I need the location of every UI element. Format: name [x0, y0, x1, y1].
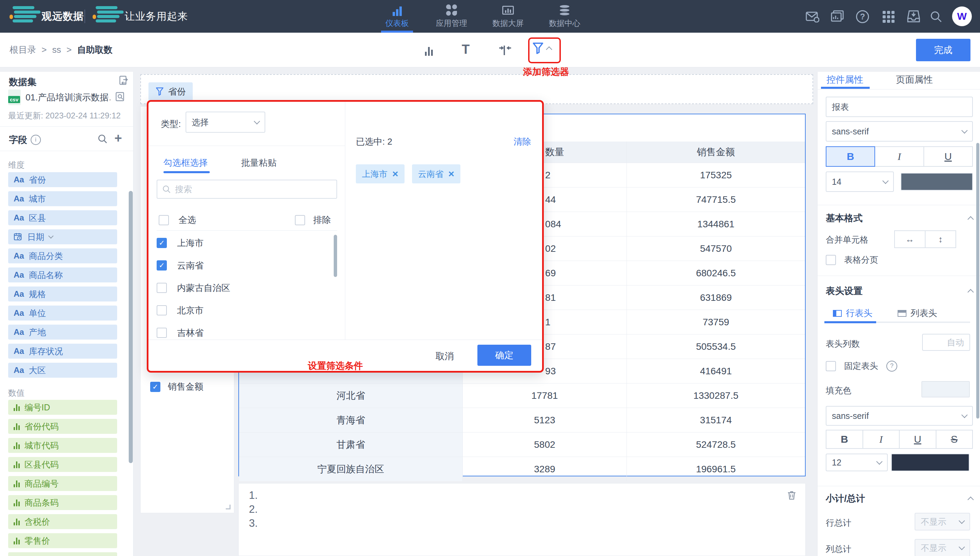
fixed-header-checkbox[interactable] [826, 361, 836, 371]
province-filter-chip[interactable]: 省份 [149, 82, 193, 101]
option-row[interactable]: 北京市 [157, 299, 337, 322]
dimension-item[interactable]: Aa单位 [8, 305, 117, 320]
unchecked-checkbox[interactable] [157, 283, 167, 293]
italic-button[interactable]: I [863, 430, 900, 449]
unchecked-checkbox[interactable] [157, 328, 167, 338]
italic-button[interactable]: I [875, 146, 924, 167]
panel-scrollbar[interactable] [976, 143, 979, 419]
dimension-item[interactable]: Aa大区 [8, 363, 117, 378]
strikethrough-button[interactable]: S [936, 430, 973, 449]
dimension-item[interactable]: Aa商品分类 [8, 248, 117, 263]
field-search-icon[interactable] [97, 134, 108, 145]
subscription-mail-icon[interactable] [806, 10, 819, 24]
header-font-select[interactable]: sans-serif [826, 406, 973, 426]
add-control-button[interactable] [496, 44, 513, 58]
measure-item-clipped[interactable] [8, 552, 117, 556]
dimension-item[interactable]: Aa区县 [8, 210, 117, 225]
dimension-item-date[interactable]: 日期 [8, 230, 117, 244]
fill-color-swatch[interactable] [922, 381, 970, 398]
breadcrumb-folder[interactable]: ss [52, 45, 61, 55]
font-color-swatch[interactable] [901, 173, 973, 191]
measure-item[interactable]: 城市代码 [8, 438, 117, 453]
measure-item[interactable]: 省份代码 [8, 419, 117, 434]
confirm-button[interactable]: 确定 [478, 345, 531, 366]
dimension-item[interactable]: Aa城市 [8, 191, 117, 206]
add-text-button[interactable]: T [462, 42, 470, 57]
underline-button[interactable]: U [923, 146, 973, 167]
tab-widget-properties[interactable]: 控件属性 [826, 73, 863, 86]
option-row[interactable]: 内蒙古自治区 [157, 276, 337, 299]
search-icon[interactable] [930, 10, 943, 24]
bold-button[interactable]: B [826, 146, 875, 167]
add-field-icon[interactable]: + [114, 132, 122, 145]
field-panel-row[interactable]: 销售金额 [150, 381, 203, 393]
preview-dataset-icon[interactable] [115, 92, 125, 103]
measure-item[interactable]: 商品条码 [8, 495, 117, 510]
tab-checkbox-select[interactable]: 勾选框选择 [164, 157, 208, 169]
select-all-checkbox[interactable] [159, 215, 169, 225]
header-size-select[interactable]: 12 [826, 454, 888, 471]
done-button[interactable]: 完成 [916, 39, 970, 61]
dimension-item[interactable]: Aa规格 [8, 286, 117, 301]
exclude-row[interactable]: 排除 [295, 214, 331, 226]
unchecked-checkbox[interactable] [157, 305, 167, 315]
fixed-header-row[interactable]: 固定表头 ? [826, 360, 897, 372]
tab-col-header[interactable]: 列表头 [897, 307, 937, 319]
inbox-download-icon[interactable] [906, 10, 921, 24]
dataset-row[interactable]: csv 01.产品培训演示数据… [8, 89, 125, 105]
sidebar-scrollbar[interactable] [129, 191, 133, 463]
remove-chip-icon[interactable]: × [449, 169, 455, 179]
font-family-select[interactable]: sans-serif [826, 121, 973, 142]
option-row[interactable]: 云南省 [157, 254, 337, 276]
widget-title-input[interactable]: 报表 [826, 97, 973, 117]
nav-tab-apps[interactable]: 应用管理 [426, 0, 477, 33]
text-note-widget[interactable]: 1. 2. 3. [238, 483, 806, 556]
dimension-item[interactable]: Aa库存状况 [8, 344, 117, 359]
clear-selection-link[interactable]: 清除 [513, 136, 531, 148]
filter-type-select[interactable]: 选择 [186, 112, 265, 133]
row-total-select[interactable]: 不显示 [915, 513, 970, 530]
dimension-item[interactable]: Aa省份 [8, 172, 117, 187]
tab-row-header[interactable]: 行表头 [833, 307, 872, 319]
exclude-checkbox[interactable] [295, 215, 305, 225]
app-grid-icon[interactable] [883, 11, 894, 23]
measure-item[interactable]: 零售价 [8, 533, 117, 548]
nav-tab-datacenter[interactable]: 数据中心 [539, 0, 590, 33]
switch-dataset-icon[interactable] [118, 75, 130, 87]
totals-header[interactable]: 小计/总计 [826, 492, 973, 504]
checked-checkbox[interactable] [157, 238, 167, 248]
measure-item[interactable]: 区县代码 [8, 457, 117, 472]
header-settings-header[interactable]: 表头设置 [826, 285, 973, 297]
table-header-amount[interactable]: 销售金额 [627, 142, 805, 163]
measure-item[interactable]: 含税价 [8, 514, 117, 529]
header-color-swatch[interactable] [891, 454, 969, 471]
resize-handle[interactable] [226, 504, 230, 509]
measure-item[interactable]: 编号ID [8, 400, 117, 415]
breadcrumb-root[interactable]: 根目录 [10, 44, 36, 56]
col-total-select[interactable]: 不显示 [915, 539, 970, 556]
selected-chip[interactable]: 云南省× [412, 164, 461, 183]
underline-button[interactable]: U [899, 430, 936, 449]
nav-tab-screen[interactable]: 数据大屏 [483, 0, 534, 33]
selected-chip[interactable]: 上海市× [356, 164, 405, 183]
basic-format-header[interactable]: 基本格式 [826, 212, 973, 224]
merge-horizontal-button[interactable]: ↔ [894, 230, 925, 248]
tab-page-properties[interactable]: 页面属性 [896, 73, 933, 86]
delete-widget-icon[interactable] [787, 490, 797, 502]
help-icon[interactable]: ? [856, 10, 869, 23]
checked-checkbox[interactable] [157, 260, 167, 270]
options-scrollbar[interactable] [334, 235, 337, 277]
table-paging-row[interactable]: 表格分页 [826, 254, 878, 265]
dimension-item[interactable]: Aa商品名称 [8, 267, 117, 283]
measure-item[interactable]: 商品编号 [8, 476, 117, 491]
add-chart-button[interactable] [425, 45, 433, 56]
header-cols-input[interactable]: 自动 [922, 334, 970, 351]
report-cards-icon[interactable] [831, 10, 844, 24]
nav-tab-dashboard[interactable]: 仪表板 [371, 0, 423, 33]
dialog-search-input[interactable]: 搜索 [157, 179, 337, 199]
merge-vertical-button[interactable]: ↕ [925, 230, 956, 248]
select-all-row[interactable]: 全选 [159, 214, 196, 226]
dimension-item[interactable]: Aa产地 [8, 325, 117, 339]
remove-chip-icon[interactable]: × [392, 169, 398, 179]
table-paging-checkbox[interactable] [826, 255, 836, 265]
